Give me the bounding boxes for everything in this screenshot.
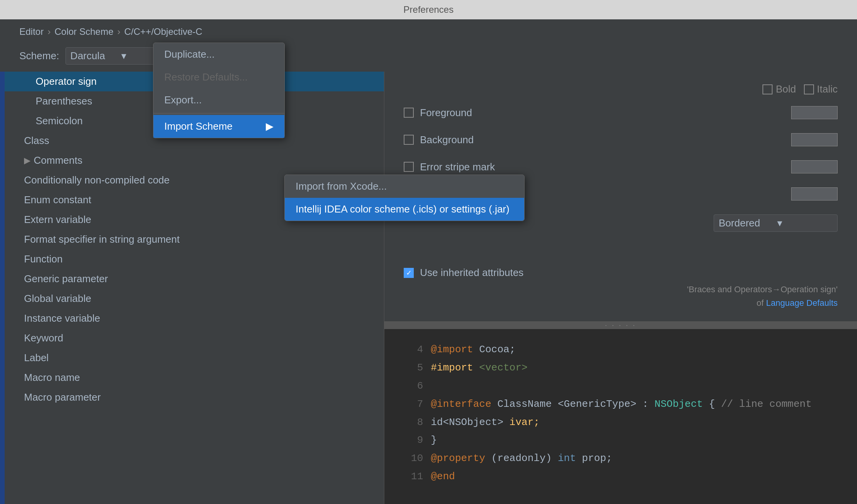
tree-item[interactable]: Function <box>5 249 384 269</box>
code-token: int <box>558 453 582 464</box>
code-token: prop; <box>582 453 612 464</box>
breadcrumb-colorscheme[interactable]: Color Scheme <box>55 26 114 37</box>
effects-color-swatch[interactable] <box>791 187 838 201</box>
background-color-swatch[interactable] <box>791 133 838 146</box>
use-inherited-checkbox[interactable]: ✓ <box>404 268 414 278</box>
context-menu: Duplicate... Restore Defaults... Export.… <box>153 43 285 138</box>
code-token: Cocoa; <box>479 344 516 355</box>
line-content: @property (readonly) int prop; <box>431 449 838 468</box>
expand-arrow-icon: ▶ <box>24 156 31 166</box>
tree-item[interactable]: Keyword <box>5 328 384 348</box>
inherited-desc: 'Braces and Operators→Operation sign' of… <box>404 283 838 310</box>
export-label: Export... <box>164 94 202 106</box>
foreground-color-swatch[interactable] <box>791 106 838 119</box>
code-token: (readonly) <box>491 453 558 464</box>
inherited-desc2-of: of <box>757 298 764 308</box>
menu-item-duplicate[interactable]: Duplicate... <box>153 43 284 66</box>
line-number: 10 <box>404 449 423 468</box>
tree-item[interactable]: Generic parameter <box>5 269 384 289</box>
line-number: 9 <box>404 431 423 449</box>
tree-item[interactable]: Macro name <box>5 368 384 387</box>
bold-checkbox-item[interactable]: Bold <box>762 83 796 95</box>
code-token: : <box>642 398 654 410</box>
tree-item-label: Enum constant <box>24 194 91 206</box>
language-defaults-link[interactable]: Language Defaults <box>766 298 838 308</box>
line-number: 4 <box>404 341 423 359</box>
line-content: @end <box>431 468 838 486</box>
submenu-item-xcode[interactable]: Import from Xcode... <box>285 175 524 198</box>
code-line: 7@interface ClassName <GenericType> : NS… <box>404 395 838 413</box>
bold-checkbox[interactable] <box>762 84 773 94</box>
scheme-label: Scheme: <box>19 50 59 62</box>
line-content: @interface ClassName <GenericType> : NSO… <box>431 395 838 413</box>
xcode-label: Import from Xcode... <box>296 180 387 192</box>
panels-container: Operator signParenthesesSemicolonClass▶C… <box>0 72 857 504</box>
line-number: 6 <box>404 377 423 395</box>
line-number: 5 <box>404 359 423 377</box>
tree-item-label: Operator sign <box>36 75 97 87</box>
menu-item-export[interactable]: Export... <box>153 89 284 111</box>
line-content: } <box>431 431 838 449</box>
right-column: Bold Italic Foreground Background <box>384 72 857 504</box>
error-stripe-checkbox[interactable] <box>404 162 414 172</box>
menu-item-import[interactable]: Import Scheme ▶ Import from Xcode... Int… <box>153 115 284 138</box>
code-token: ivar; <box>503 417 540 428</box>
code-token: @property <box>431 453 491 464</box>
tree-item[interactable]: Instance variable <box>5 309 384 328</box>
duplicate-label: Duplicate... <box>164 48 215 60</box>
import-submenu: Import from Xcode... Intellij IDEA color… <box>284 175 525 221</box>
code-line: 6 <box>404 377 838 395</box>
line-content: @import Cocoa; <box>431 341 838 359</box>
use-inherited-row: ✓ Use inherited attributes <box>404 267 838 279</box>
sep1: › <box>48 26 51 37</box>
tree-item-label: Extern variable <box>24 214 91 226</box>
submenu-item-icls[interactable]: Intellij IDEA color scheme (.icls) or se… <box>285 198 524 221</box>
code-token: @interface <box>431 398 497 410</box>
tree-item-label: Label <box>24 352 49 364</box>
menu-separator <box>153 113 284 113</box>
italic-label: Italic <box>817 83 838 95</box>
tree-item-label: Generic parameter <box>24 273 108 285</box>
italic-checkbox-item[interactable]: Italic <box>804 83 838 95</box>
submenu-arrow-icon: ▶ <box>266 120 274 132</box>
use-inherited-label: Use inherited attributes <box>420 267 523 279</box>
effects-type-dropdown[interactable]: Bordered ▾ <box>714 214 838 232</box>
tree-item-label: Parentheses <box>36 95 92 107</box>
tree-item-label: Instance variable <box>24 312 100 324</box>
code-line: 8 id<NSObject> ivar; <box>404 413 838 432</box>
breadcrumb-lang[interactable]: C/C++/Objective-C <box>124 26 202 37</box>
vertical-accent <box>0 72 5 504</box>
tree-item-label: Conditionally non-compiled code <box>24 174 170 186</box>
foreground-checkbox[interactable] <box>404 108 414 118</box>
code-token: <GenericType> <box>558 398 642 410</box>
tree-item[interactable]: Macro parameter <box>5 387 384 407</box>
title-text: Preferences <box>403 4 453 15</box>
breadcrumb-editor[interactable]: Editor <box>19 26 44 37</box>
split-divider[interactable]: · · · · · <box>384 321 857 329</box>
italic-checkbox[interactable] <box>804 84 814 94</box>
effects-type-value: Bordered <box>719 217 774 229</box>
tree-item-label: Format specifier in string argument <box>24 233 180 245</box>
restore-label: Restore Defaults... <box>164 71 248 83</box>
line-content: id<NSObject> ivar; <box>431 413 838 432</box>
scheme-row: Scheme: Darcula ▾ ⚙▾ <box>0 44 857 72</box>
error-stripe-color-swatch[interactable] <box>791 160 838 173</box>
code-preview: 4@import Cocoa;5#import <vector>67@inter… <box>384 329 857 504</box>
tree-item[interactable]: Label <box>5 348 384 368</box>
code-line: 4@import Cocoa; <box>404 341 838 359</box>
line-number: 7 <box>404 395 423 413</box>
inherited-desc1: 'Braces and Operators→Operation sign' <box>687 285 838 294</box>
line-content <box>431 377 838 395</box>
tree-item[interactable]: ▶Comments <box>5 151 384 170</box>
background-checkbox[interactable] <box>404 135 414 145</box>
error-stripe-row: Error stripe mark <box>404 157 838 177</box>
tree-item[interactable]: Format specifier in string argument <box>5 230 384 249</box>
title-bar: Preferences <box>0 0 857 19</box>
code-token: // line comment <box>721 398 812 410</box>
tree-item-label: Macro parameter <box>24 391 101 403</box>
drag-dots-icon: · · · · · <box>605 321 636 329</box>
icls-label: Intellij IDEA color scheme (.icls) or se… <box>296 203 509 215</box>
tree-item[interactable]: Global variable <box>5 289 384 309</box>
code-token: @import <box>431 344 479 355</box>
tree-item-label: Keyword <box>24 332 63 344</box>
